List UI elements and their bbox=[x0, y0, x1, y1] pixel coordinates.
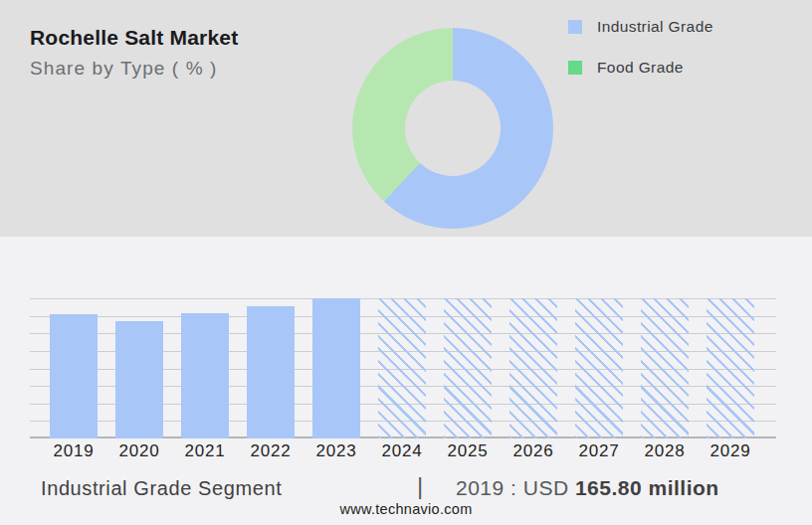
year-label-2021: 2021 bbox=[172, 441, 238, 461]
year-label-2025: 2025 bbox=[435, 441, 501, 461]
bar-2025 bbox=[444, 298, 492, 438]
bar-2019 bbox=[50, 314, 98, 438]
legend-item-food-grade: Food Grade bbox=[568, 54, 713, 82]
legend: Industrial Grade Food Grade bbox=[568, 13, 713, 94]
donut-chart bbox=[352, 28, 553, 229]
legend-swatch-food-grade-icon bbox=[568, 61, 582, 75]
bottom-section: 2019202020212022202320242025202620272028… bbox=[0, 237, 812, 525]
anchor-value-text: 2019 : USD 165.80 million bbox=[456, 476, 719, 500]
year-labels: 2019202020212022202320242025202620272028… bbox=[41, 441, 763, 461]
bar-2028 bbox=[641, 298, 689, 438]
year-label-2028: 2028 bbox=[632, 441, 698, 461]
bar-2029 bbox=[707, 298, 754, 438]
year-label-2027: 2027 bbox=[566, 441, 632, 461]
bar-2027 bbox=[575, 298, 623, 438]
legend-label-industrial-grade: Industrial Grade bbox=[597, 18, 713, 36]
year-label-2026: 2026 bbox=[501, 441, 566, 461]
infographic-canvas: Rochelle Salt Market Share by Type ( % )… bbox=[0, 0, 812, 525]
page-subtitle: Share by Type ( % ) bbox=[30, 58, 217, 80]
legend-swatch-industrial-grade-icon bbox=[568, 20, 582, 34]
year-label-2020: 2020 bbox=[106, 441, 172, 461]
footer-separator: | bbox=[417, 472, 423, 500]
page-title: Rochelle Salt Market bbox=[30, 26, 238, 50]
year-label-2023: 2023 bbox=[304, 441, 369, 461]
year-label-2029: 2029 bbox=[698, 441, 763, 461]
website-url: www.technavio.com bbox=[0, 501, 812, 517]
bar-2024 bbox=[378, 298, 426, 438]
year-label-2024: 2024 bbox=[369, 441, 435, 461]
bar-2026 bbox=[509, 298, 557, 438]
bar-2020 bbox=[115, 321, 163, 438]
year-label-2019: 2019 bbox=[41, 441, 106, 461]
legend-item-industrial-grade: Industrial Grade bbox=[568, 13, 713, 41]
anchor-value-prefix: 2019 : USD bbox=[456, 476, 575, 499]
bar-2023 bbox=[312, 298, 360, 438]
bar-2021 bbox=[181, 313, 229, 438]
legend-label-food-grade: Food Grade bbox=[597, 59, 684, 77]
year-label-2022: 2022 bbox=[238, 441, 304, 461]
anchor-value-amount: 165.80 million bbox=[575, 476, 719, 499]
segment-caption: Industrial Grade Segment bbox=[41, 477, 282, 500]
top-section: Rochelle Salt Market Share by Type ( % )… bbox=[0, 0, 812, 237]
donut-hole bbox=[405, 81, 501, 176]
bar-chart-plot bbox=[30, 298, 776, 438]
bar-2022 bbox=[247, 306, 295, 438]
